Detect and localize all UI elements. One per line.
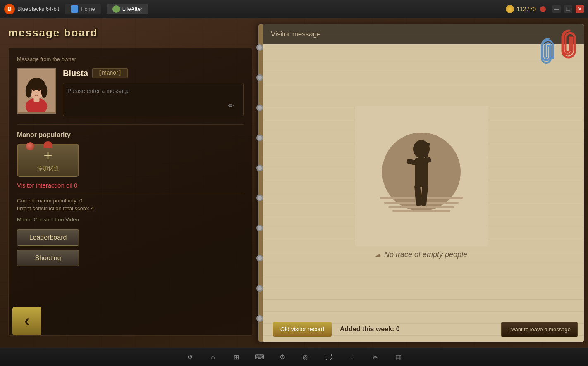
coin-amount: 112770 [516, 6, 536, 12]
divider-2 [17, 193, 244, 193]
game-tab-label: LifeAfter [122, 6, 142, 12]
svg-point-9 [36, 92, 37, 93]
visitor-header: Visitor message [263, 24, 584, 44]
silhouette-svg [355, 106, 488, 246]
location-taskbar-button[interactable]: ⌖ [345, 351, 359, 364]
spiral-ring [256, 44, 263, 51]
svg-point-5 [26, 84, 32, 98]
notebook-bottom-bar: Old visitor record Added this week: 0 I … [267, 317, 584, 342]
add-photo-text: 添加状照 [37, 165, 59, 172]
add-photo-button[interactable]: + 添加状照 [17, 144, 79, 177]
added-week-text: Added this week: 0 [336, 326, 497, 333]
old-record-button[interactable]: Old visitor record [273, 322, 332, 337]
checkmark-icon: ☁ [375, 251, 381, 258]
taskbar: ↺ ⌂ ⊞ ⌨ ⚙ ◎ ⛶ ⌖ ✂ ▦ [0, 348, 588, 366]
visitor-header-text: Visitor message [271, 30, 321, 38]
owner-tag: 【manor】 [92, 68, 128, 78]
paperclip-red-icon [559, 29, 580, 62]
owner-label: Message from the owner [17, 56, 244, 62]
board-title: message board [8, 26, 252, 39]
construction-video-label: Manor Construction Video [17, 216, 244, 223]
svg-rect-14 [388, 206, 454, 208]
spiral-ring [256, 105, 263, 111]
fullscreen-taskbar-button[interactable]: ⛶ [322, 351, 335, 364]
owner-name-row: Blusta 【manor】 [63, 68, 244, 78]
game-area: message board Message from the owner [0, 18, 588, 348]
avatar-frame [17, 68, 56, 114]
scissors-taskbar-button[interactable]: ✂ [368, 351, 382, 364]
notification-dot [540, 6, 546, 12]
message-placeholder: Please enter a message [67, 88, 130, 94]
bluestacks-logo: B [4, 4, 15, 14]
notebook-body: ☁ No trace of empty people [263, 48, 584, 316]
owner-section: Blusta 【manor】 Please enter a message ✏ [17, 68, 244, 116]
spiral-ring [256, 255, 263, 261]
back-icon: ‹ [24, 312, 29, 330]
popularity-label: Manor popularity [17, 131, 244, 139]
game-tab[interactable]: LifeAfter [107, 4, 148, 14]
silhouette-area [355, 106, 488, 246]
app-name: BlueStacks 64-bit [17, 6, 59, 12]
paperclip-blue-icon [538, 37, 559, 66]
settings-taskbar-button[interactable]: ⚙ [276, 351, 289, 364]
spiral-ring [256, 135, 263, 141]
svg-point-7 [33, 88, 35, 91]
leaderboard-button[interactable]: Leaderboard [17, 229, 79, 246]
home-tab-label: Home [81, 6, 95, 12]
apps-taskbar-button[interactable]: ⊞ [229, 351, 243, 364]
spiral-binding [256, 24, 263, 342]
tack-decoration [26, 142, 34, 150]
notebook-inner: Visitor message [263, 24, 584, 342]
back-button[interactable]: ‹ [12, 307, 41, 335]
titlebar-left: B BlueStacks 64-bit Home LifeAfter [4, 4, 148, 14]
notebook-panel: Visitor message [258, 24, 584, 342]
shooting-button[interactable]: Shooting [17, 250, 79, 266]
divider-1 [17, 124, 244, 125]
home-taskbar-button[interactable]: ⌂ [206, 351, 220, 364]
spiral-ring [256, 285, 263, 292]
current-popularity: Current manor popularity: 0 [17, 197, 244, 204]
leave-message-button[interactable]: I want to leave a message [501, 322, 578, 337]
owner-name: Blusta [63, 69, 88, 78]
no-trace-text: No trace of empty people [384, 250, 467, 259]
message-board-panel: message board Message from the owner [8, 26, 252, 340]
no-trace-container: ☁ No trace of empty people [375, 250, 467, 259]
keyboard-taskbar-button[interactable]: ⌨ [253, 351, 266, 364]
restore-button[interactable]: ❐ [564, 5, 572, 13]
grid-taskbar-button[interactable]: ▦ [392, 351, 405, 364]
svg-point-8 [38, 88, 41, 91]
coin-icon [506, 5, 514, 13]
minimize-button[interactable]: — [552, 5, 561, 13]
edit-icon[interactable]: ✏ [228, 102, 238, 112]
spiral-ring [256, 195, 263, 201]
titlebar: B BlueStacks 64-bit Home LifeAfter 11277… [0, 0, 588, 18]
home-tab[interactable]: Home [65, 4, 101, 14]
close-button[interactable]: ✕ [576, 5, 584, 13]
construction-score: urrent construction total score: 4 [17, 205, 244, 212]
spiral-ring [256, 165, 263, 171]
board-content: Message from the owner [8, 48, 252, 336]
svg-rect-15 [392, 210, 450, 212]
plus-icon: + [43, 148, 52, 163]
owner-info: Blusta 【manor】 Please enter a message ✏ [63, 68, 244, 116]
camera-taskbar-button[interactable]: ◎ [299, 351, 312, 364]
spiral-ring [256, 315, 263, 322]
home-icon [71, 5, 78, 13]
spiral-ring [256, 225, 263, 231]
avatar-image [18, 69, 55, 112]
message-input-area[interactable]: Please enter a message ✏ [63, 83, 244, 116]
svg-point-6 [41, 84, 47, 98]
coins-display: 112770 [506, 5, 546, 13]
game-icon [112, 5, 120, 13]
action-buttons: Leaderboard Shooting [17, 229, 244, 266]
back-taskbar-button[interactable]: ↺ [183, 351, 196, 364]
window-controls: — ❐ ✕ [552, 5, 584, 13]
spiral-ring [256, 74, 263, 81]
add-photo-container: + 添加状照 [17, 144, 79, 182]
visitor-oil-text: Visitor interaction oil 0 [17, 182, 244, 189]
